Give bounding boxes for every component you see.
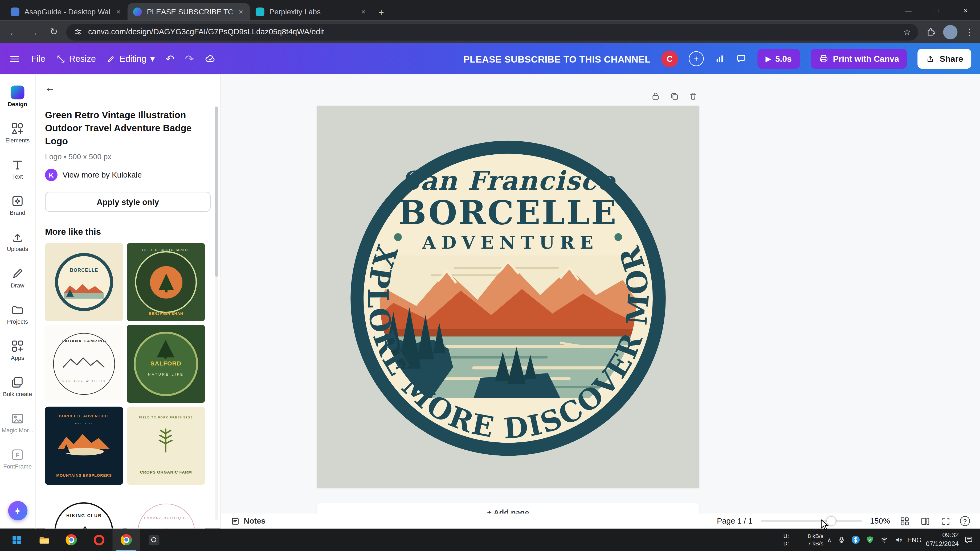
editing-mode-selector[interactable]: Editing ▾ (107, 53, 155, 64)
share-button[interactable]: Share (918, 49, 971, 69)
wifi-icon[interactable] (880, 535, 889, 544)
canva-sidebar-rail: Design Elements Text Brand (0, 74, 36, 529)
author-link[interactable]: K View more by Kulokale (45, 169, 211, 181)
template-thumbnail-borcelle[interactable]: BORCELLE (45, 243, 123, 321)
timer-label: 5.0s (775, 54, 792, 64)
sidebar-item-brand[interactable]: Brand (0, 187, 35, 223)
tab-close-icon[interactable]: × (115, 8, 122, 16)
sidebar-item-draw[interactable]: Draw (0, 259, 35, 295)
save-status-cloud-icon[interactable] (205, 53, 216, 65)
action-center-icon[interactable] (964, 535, 974, 545)
badge-subtitle-text[interactable]: ADVENTURE (422, 232, 598, 253)
back-icon[interactable]: ← (6, 27, 21, 37)
print-with-canva-button[interactable]: Print with Canva (810, 49, 907, 69)
hamburger-menu-icon[interactable] (9, 53, 21, 65)
comment-icon[interactable] (735, 53, 747, 64)
bluetooth-icon[interactable] (851, 535, 860, 544)
windows-taskbar: U: 8 kB/s D: 7 kB/s ∧ (0, 529, 980, 551)
add-page-button[interactable]: + Add page (317, 503, 699, 513)
forward-icon[interactable]: → (26, 27, 41, 37)
screen-recorder-app-button[interactable] (140, 529, 167, 551)
chrome-active-app-button[interactable] (112, 529, 140, 551)
microphone-icon[interactable] (837, 536, 845, 544)
browser-tab-1[interactable]: AsapGuide - Desktop Wallpap... × (5, 3, 127, 21)
template-thumbnail-mountains-eksplorers[interactable]: BORCELLE ADVENTURE EST. 2024 MOUNTAINS E… (45, 407, 123, 485)
tab-close-icon[interactable]: × (360, 8, 367, 16)
add-member-button[interactable]: + (689, 51, 703, 66)
resize-button[interactable]: Resize (56, 54, 96, 64)
present-timer-button[interactable]: ▶ 5.0s (757, 49, 800, 69)
security-shield-icon[interactable] (865, 535, 874, 544)
zoom-slider[interactable] (760, 517, 862, 526)
minimize-button[interactable]: — (894, 0, 923, 21)
duplicate-page-icon[interactable] (670, 91, 679, 102)
sidebar-item-text[interactable]: Text (0, 151, 35, 187)
page-indicator: Page 1 / 1 (717, 517, 752, 526)
refresh-icon[interactable]: ↻ (46, 26, 61, 38)
template-thumbnail-crops-organic-farm[interactable]: FIELD TO FORK FRESHNESS CROPS ORGANIC FA… (127, 407, 205, 485)
design-icon (11, 85, 24, 99)
address-bar[interactable]: canva.com/design/DAGYG3cgFAI/G7PsQD9sLLd… (66, 24, 918, 40)
browser-tab-3[interactable]: Perplexity Labs × (250, 3, 372, 21)
extensions-icon[interactable] (926, 27, 936, 37)
sidebar-item-design[interactable]: Design (0, 78, 35, 114)
tab-close-icon[interactable]: × (237, 8, 245, 16)
grid-view-button[interactable] (898, 515, 911, 527)
undo-icon[interactable]: ↶ (165, 52, 174, 65)
sidebar-item-uploads[interactable]: Uploads (0, 223, 35, 259)
lock-page-icon[interactable] (651, 91, 661, 102)
badge-artwork[interactable]: San Francisco BORCELLE ADVENTURE EXPLORE… (317, 106, 699, 488)
apply-style-button[interactable]: Apply style only (45, 192, 211, 212)
file-explorer-button[interactable] (30, 529, 57, 551)
chrome-app-button[interactable] (57, 529, 85, 551)
badge-title-text[interactable]: BORCELLE (398, 193, 617, 232)
new-tab-button[interactable]: + (372, 3, 390, 21)
magic-morph-icon (11, 411, 24, 425)
close-button[interactable]: × (951, 0, 980, 21)
apps-icon (11, 339, 24, 353)
template-thumbnail-labana-camping[interactable]: LABANA CAMPING EXPLORE WITH US (45, 325, 123, 403)
browser-profile-avatar[interactable] (943, 25, 958, 39)
user-avatar[interactable]: C (661, 50, 678, 67)
bookmark-star-icon[interactable]: ☆ (903, 27, 910, 37)
hidden-icons-chevron[interactable]: ∧ (827, 536, 832, 543)
badge-script-text[interactable]: San Francisco (401, 165, 616, 196)
red-browser-app-button[interactable] (85, 529, 112, 551)
volume-icon[interactable] (894, 535, 903, 544)
delete-page-icon[interactable] (688, 91, 698, 102)
pages-view-icon (920, 516, 931, 526)
redo-icon[interactable]: ↷ (185, 52, 194, 65)
tab-title: AsapGuide - Desktop Wallpap... (24, 8, 110, 16)
sidebar-item-fontframe[interactable]: F FontFrame (0, 440, 35, 477)
sidebar-item-elements[interactable]: Elements (0, 114, 35, 151)
design-page[interactable]: San Francisco BORCELLE ADVENTURE EXPLORE… (317, 106, 699, 488)
template-thumbnail-benjamin-shah[interactable]: FIELD TO FORK FRESHNESS BENJAMIN SHAH (127, 243, 205, 321)
browser-menu-icon[interactable]: ⋮ (965, 27, 974, 37)
back-button[interactable]: ← (45, 81, 60, 95)
mini-tree (156, 338, 175, 359)
browser-tab-2-active[interactable]: PLEASE SUBSCRIBE TO THIS CH... × (127, 3, 250, 21)
fullscreen-button[interactable] (939, 515, 952, 527)
panel-scrollbar-thumb[interactable] (215, 107, 218, 276)
file-menu[interactable]: File (31, 54, 45, 64)
sidebar-item-apps[interactable]: Apps (0, 332, 35, 368)
maximize-button[interactable]: □ (923, 0, 951, 21)
taskbar-clock[interactable]: 09:32 07/12/2024 (926, 531, 959, 548)
screen-recorder-icon (148, 535, 159, 545)
canvas-workspace[interactable]: San Francisco BORCELLE ADVENTURE EXPLORE… (221, 74, 980, 513)
notes-button[interactable]: Notes (231, 516, 266, 526)
template-thumbnail-salford[interactable]: SALFORD NATURE LIFE (127, 325, 205, 403)
sidebar-item-bulk-create[interactable]: Bulk create (0, 368, 35, 404)
template-thumbnail-hiking-club[interactable]: HIKING CLUB (45, 488, 123, 529)
sidebar-item-magic-morph[interactable]: Magic Mor... (0, 404, 35, 440)
sidebar-item-projects[interactable]: Projects (0, 295, 35, 332)
template-thumbnail-labana-boutique[interactable]: LABANA BOUTIQUE (127, 488, 205, 529)
red-browser-icon (94, 535, 104, 545)
help-button[interactable]: ? (960, 516, 970, 526)
canva-assistant-button[interactable] (8, 501, 27, 520)
site-settings-icon[interactable] (74, 27, 83, 36)
start-button[interactable] (2, 529, 30, 551)
language-indicator[interactable]: ENG (907, 536, 921, 543)
pages-view-button[interactable] (919, 515, 931, 527)
insights-icon[interactable] (714, 54, 725, 64)
